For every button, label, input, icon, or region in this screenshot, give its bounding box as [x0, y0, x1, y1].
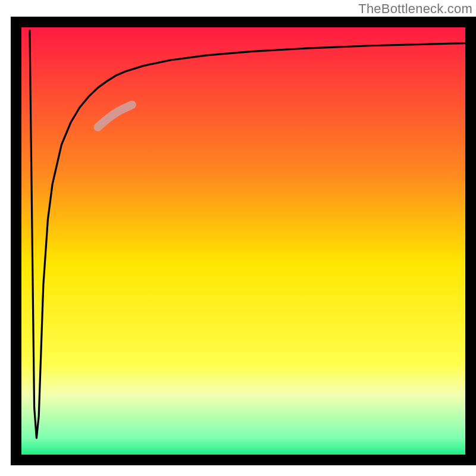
- bottleneck-chart: [0, 0, 476, 476]
- gradient-background: [16, 22, 471, 460]
- chart-stage: TheBottleneck.com: [0, 0, 476, 476]
